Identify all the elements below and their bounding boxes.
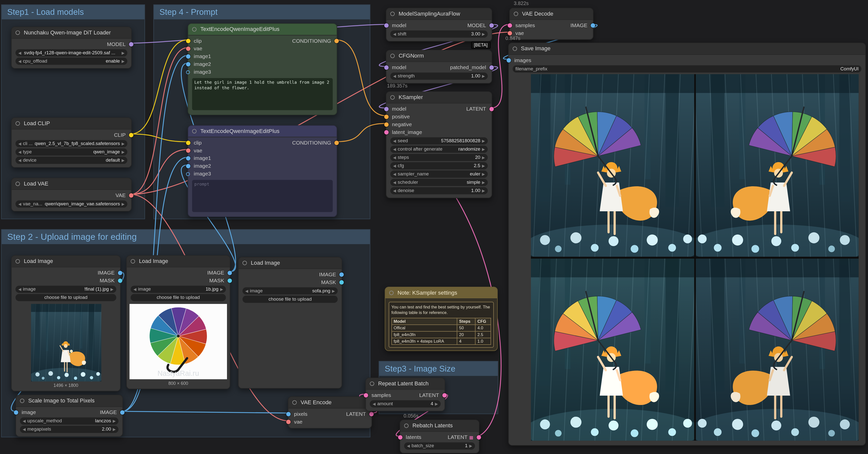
widget-clip-name[interactable]: cli ...qwen_2.5_vl_7b_fp8_scaled.safeten…: [16, 140, 127, 147]
node-cfg-norm[interactable]: CFGNorm modelpatched_model strength1.00: [386, 50, 492, 84]
arrow-right-icon[interactable]: [122, 200, 125, 208]
arrow-left-icon[interactable]: [393, 187, 396, 194]
arrow-left-icon[interactable]: [393, 154, 396, 161]
output-image-4[interactable]: [695, 258, 859, 441]
vae-input-dot[interactable]: [286, 420, 291, 424]
arrow-right-icon[interactable]: [122, 148, 125, 156]
node-header[interactable]: Save Image: [509, 43, 865, 55]
widget-scheduler[interactable]: schedulersimple: [391, 179, 488, 186]
image-output-dot[interactable]: [591, 23, 595, 28]
model-input-dot[interactable]: [384, 107, 389, 111]
arrow-right-icon[interactable]: [469, 443, 472, 450]
arrow-right-icon[interactable]: [122, 140, 125, 147]
positive-input-dot[interactable]: [384, 115, 389, 119]
widget-strength[interactable]: strength1.00: [391, 73, 488, 80]
prompt-textarea[interactable]: Let the girl in image 1 hold the umbrell…: [192, 78, 333, 110]
vae-output-dot[interactable]: [129, 193, 133, 198]
node-load-image-1[interactable]: Load Image IMAGE MASK image!final (1).jp…: [11, 255, 121, 391]
arrow-left-icon[interactable]: [18, 148, 21, 156]
output-image-2[interactable]: [695, 74, 859, 257]
arrow-left-icon[interactable]: [393, 137, 396, 145]
arrow-right-icon[interactable]: [482, 73, 485, 80]
latent-output-dot[interactable]: [442, 393, 447, 398]
image1-input-dot[interactable]: [186, 156, 190, 161]
widget-amount[interactable]: amount4: [370, 400, 441, 407]
arrow-left-icon[interactable]: [18, 49, 21, 57]
conditioning-output-dot[interactable]: [334, 141, 339, 145]
widget-model-name[interactable]: svdq-fp4_r128-qwen-image-edit-2509.saf .…: [16, 49, 127, 57]
arrow-right-icon[interactable]: [482, 179, 485, 186]
mask-output-dot[interactable]: [118, 278, 122, 283]
node-scale-image-total-pixels[interactable]: Scale Image to Total Pixels imageIMAGE u…: [16, 395, 123, 437]
widget-cpu-offload[interactable]: cpu_offloadenable: [16, 58, 127, 65]
node-save-image[interactable]: Save Image images filename_prefixComfyUI: [508, 43, 866, 446]
arrow-right-icon[interactable]: [122, 58, 125, 65]
model-input-dot[interactable]: [384, 65, 389, 70]
image-output-dot[interactable]: [227, 271, 232, 275]
arrow-right-icon[interactable]: [482, 154, 485, 161]
node-header[interactable]: Load VAE: [11, 178, 131, 190]
widget-steps[interactable]: steps20: [391, 154, 488, 161]
widget-cfg[interactable]: cfg2.5: [391, 162, 488, 170]
latent-output-dot[interactable]: [489, 107, 494, 111]
vae-input-dot[interactable]: [508, 31, 512, 35]
choose-file-button[interactable]: choose file to upload: [131, 294, 226, 301]
patched-model-output-dot[interactable]: [489, 65, 494, 70]
mask-output-dot[interactable]: [227, 278, 232, 283]
arrow-right-icon[interactable]: [482, 187, 485, 194]
clip-output-dot[interactable]: [129, 133, 133, 138]
node-header[interactable]: Note: KSampler settings: [385, 287, 497, 299]
node-header[interactable]: Repeat Latent Batch: [366, 378, 445, 390]
widget-denoise[interactable]: denoise1.00: [391, 187, 488, 194]
arrow-left-icon[interactable]: [18, 285, 21, 293]
node-header[interactable]: TextEncodeQwenImageEditPlus: [188, 24, 337, 35]
vae-input-dot[interactable]: [186, 148, 190, 153]
group-title[interactable]: Step3 - Image Size: [379, 362, 498, 376]
node-load-image-3[interactable]: Load Image IMAGE MASK imagesofa.png choo…: [238, 257, 342, 389]
model-output-dot[interactable]: [489, 23, 494, 28]
node-header[interactable]: Load Image: [11, 256, 120, 267]
node-header[interactable]: TextEncodeQwenImageEditPlus: [188, 126, 337, 137]
images-input-dot[interactable]: [506, 58, 511, 63]
arrow-right-icon[interactable]: [435, 400, 438, 407]
choose-file-button[interactable]: choose file to upload: [243, 296, 338, 303]
arrow-right-icon[interactable]: [113, 426, 116, 433]
node-ksampler[interactable]: KSampler modelLATENT positive negative l…: [386, 91, 492, 198]
node-rebatch-latents[interactable]: Rebatch Latents latentsLATENT▦ batch_siz…: [400, 420, 479, 453]
node-header[interactable]: ModelSamplingAuraFlow: [386, 8, 491, 20]
group-title[interactable]: Step 2 - Upload image for editing: [2, 230, 370, 244]
node-header[interactable]: VAE Decode: [510, 8, 593, 20]
arrow-right-icon[interactable]: [482, 137, 485, 145]
arrow-right-icon[interactable]: [111, 285, 114, 293]
arrow-left-icon[interactable]: [393, 146, 396, 153]
arrow-right-icon[interactable]: [122, 157, 125, 164]
arrow-left-icon[interactable]: [393, 73, 396, 80]
widget-batch-size[interactable]: batch_size1: [404, 443, 475, 450]
arrow-right-icon[interactable]: [482, 162, 485, 170]
output-image-3[interactable]: [531, 258, 694, 441]
arrow-left-icon[interactable]: [393, 171, 396, 178]
latent-output-dot[interactable]: [369, 412, 374, 417]
arrow-left-icon[interactable]: [23, 418, 26, 425]
model-input-dot[interactable]: [384, 23, 389, 28]
latent-output-dot[interactable]: [476, 435, 481, 440]
image2-input-dot[interactable]: [186, 164, 190, 169]
node-header[interactable]: CFGNorm: [386, 50, 491, 62]
node-header[interactable]: KSampler: [386, 92, 491, 103]
arrow-left-icon[interactable]: [18, 140, 21, 147]
arrow-left-icon[interactable]: [373, 400, 376, 407]
image-output-dot[interactable]: [120, 410, 125, 415]
samples-input-dot[interactable]: [508, 23, 512, 28]
widget-sampler-name[interactable]: sampler_nameeuler: [391, 171, 488, 178]
choose-file-button[interactable]: choose file to upload: [16, 294, 116, 301]
arrow-right-icon[interactable]: [220, 285, 223, 293]
arrow-left-icon[interactable]: [18, 58, 21, 65]
image1-input-dot[interactable]: [186, 54, 190, 59]
node-text-encode-positive[interactable]: TextEncodeQwenImageEditPlus clipCONDITIO…: [188, 23, 337, 115]
node-header[interactable]: Load Image: [127, 256, 230, 267]
arrow-right-icon[interactable]: [482, 146, 485, 153]
prompt-textarea-placeholder[interactable]: prompt: [192, 180, 333, 212]
node-header[interactable]: Load Image: [239, 258, 342, 269]
image-input-dot[interactable]: [14, 410, 18, 415]
arrow-left-icon[interactable]: [393, 30, 396, 38]
